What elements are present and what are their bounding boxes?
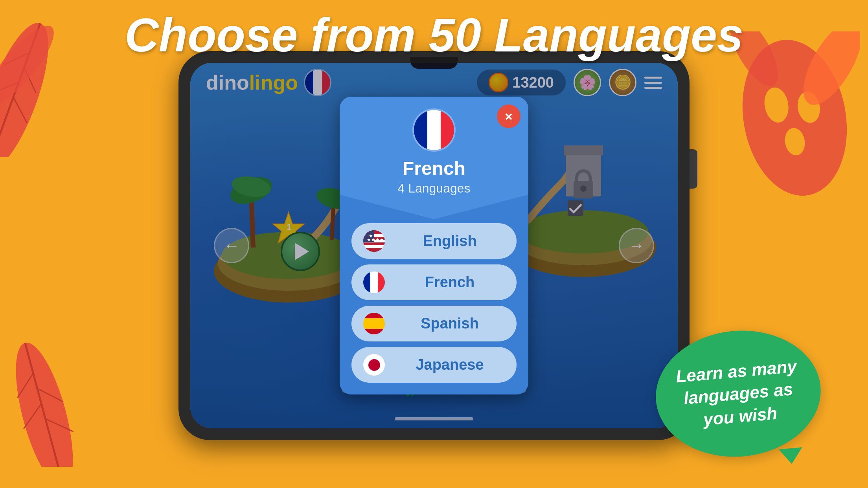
language-item-french[interactable]: French xyxy=(351,264,517,300)
language-list: ★★★ ★★★★ English French xyxy=(340,211,528,383)
language-item-english[interactable]: ★★★ ★★★★ English xyxy=(351,223,517,259)
modal-language-name: French xyxy=(403,158,465,179)
flag-french xyxy=(363,272,385,293)
svg-text:★★★★: ★★★★ xyxy=(367,237,384,242)
modal-close-button[interactable]: × xyxy=(497,105,520,128)
speech-bubble-text: Learn as many languages as you wish xyxy=(652,341,825,446)
modal-flag xyxy=(412,108,456,152)
game-map: dinolingo 13200 🌸 🪙 xyxy=(190,63,678,428)
page-title: Choose from 50 Languages xyxy=(0,8,868,62)
svg-rect-40 xyxy=(363,245,385,248)
french-label: French xyxy=(395,274,505,291)
flag-spanish xyxy=(363,313,385,334)
language-item-japanese[interactable]: Japanese xyxy=(351,347,517,383)
leaf-decoration-bottomleft xyxy=(0,317,126,468)
flag-english: ★★★ ★★★★ xyxy=(363,230,385,252)
japanese-label: Japanese xyxy=(395,356,505,373)
language-selector-modal: × French 4 Languages xyxy=(340,97,528,394)
language-item-spanish[interactable]: Spanish xyxy=(351,306,517,341)
spanish-label: Spanish xyxy=(395,315,505,332)
phone-side-button xyxy=(690,149,697,189)
english-label: English xyxy=(395,233,505,250)
phone-screen: dinolingo 13200 🌸 🪙 xyxy=(190,63,678,428)
leaf-decoration-topright xyxy=(695,31,860,249)
svg-point-7 xyxy=(4,338,85,467)
modal-overlay: × French 4 Languages xyxy=(190,63,678,428)
modal-language-count: 4 Languages xyxy=(397,181,470,196)
flag-japanese xyxy=(363,354,385,376)
phone-frame: dinolingo 13200 🌸 🪙 xyxy=(178,51,690,440)
